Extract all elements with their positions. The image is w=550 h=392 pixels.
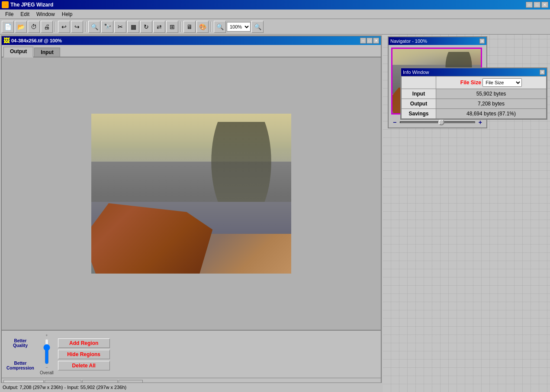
zoom-select[interactable]: 100% 25% 50% 75% 150% 200% [227,22,251,32]
print-button[interactable]: 🖨 [41,21,53,33]
image-window-title-text: 04-384x256.tif @ 100% [11,38,62,43]
zoom-in-icon[interactable]: 🔍 [251,21,264,33]
zoom-control: 🔍 100% 25% 50% 75% 150% 200% 🔍 [214,21,264,33]
add-region-button[interactable]: Add Region [58,338,110,348]
info-output-label: Output [402,99,436,109]
compression-label2: Compression [6,366,34,370]
info-savings-label: Savings [402,109,436,119]
info-row-savings: Savings 48,694 bytes (87.1%) [402,109,547,119]
undo-button[interactable]: ↩ [58,21,70,33]
navigator-zoom-out-button[interactable]: − [391,119,398,126]
info-row-output: Output 7,208 bytes [402,99,547,109]
flip-button[interactable]: ⇄ [153,21,165,33]
tab-output[interactable]: Output [3,47,33,57]
toolbar-sep-4 [211,22,212,32]
toolbar-sep-1 [55,22,56,32]
control-panel: Better Quality Better Compression + − Ov… [2,330,381,382]
navigator-close-button[interactable]: ✕ [479,38,485,44]
app-icon: 🔸 [2,1,9,8]
info-output-value: 7,208 bytes [436,99,547,109]
image-window-container: 🖼 04-384x256.tif @ 100% ─ □ ✕ Output Inp… [1,35,382,391]
zoom-fit-button[interactable]: 🔭 [101,21,113,33]
image-window-titlebar: 🖼 04-384x256.tif @ 100% ─ □ ✕ [2,36,381,45]
slider-region: Better Quality Better Compression + − Ov… [2,331,381,378]
image-tabs-bar: Output Input [2,45,381,57]
toolbar-sep-3 [180,22,181,32]
status-text: Output: 7,208 (297w x 236h) - Input: 55,… [3,385,126,390]
info-window-close-button[interactable]: ✕ [540,70,545,75]
info-window-titlebar: Info Window ✕ [401,68,547,76]
info-input-value: 55,902 bytes [436,89,547,99]
zoom-out-icon[interactable]: 🔍 [214,21,226,33]
navigator-zoom-track[interactable] [400,121,475,123]
info-window: Info Window ✕ File Size File Size Dimens… [400,67,547,120]
minus-indicator: − [45,365,48,370]
navigator-titlebar: Navigator - 100% ✕ [389,37,486,45]
info-window-title-text: Info Window [403,70,429,75]
tab-input[interactable]: Input [34,48,60,57]
maximize-button[interactable]: □ [534,2,540,8]
info-row-input: Input 55,902 bytes [402,89,547,99]
toolbar: 📄 📂 ⏱ 🖨 ↩ ↪ 🔍 🔭 ✂ ▦ ↻ ⇄ ⊞ 🖥 🎨 🔍 100% 25%… [0,19,550,35]
menu-edit[interactable]: Edit [17,10,33,18]
quality-labels: Better Quality Better Compression [5,338,35,370]
view-button[interactable]: 🖥 [183,21,196,33]
navigator-title-text: Navigator - 100% [390,38,427,44]
menu-file[interactable]: File [2,10,17,18]
quality-label2: Quality [13,343,28,348]
crop-button[interactable]: ✂ [114,21,126,33]
iw-minimize-button[interactable]: ─ [360,38,366,44]
info-table-label-header [402,76,436,89]
close-button[interactable]: ✕ [541,2,548,8]
overall-label: Overall [40,370,54,375]
region-buttons: Add Region Hide Regions Delete All [58,338,110,370]
info-savings-value: 48,694 bytes (87.1%) [436,109,547,119]
rotate-button[interactable]: ↻ [140,21,152,33]
timer-button[interactable]: ⏱ [28,21,40,33]
hide-regions-button[interactable]: Hide Regions [58,350,110,359]
better-quality-label: Better [14,338,27,343]
navigator-zoom-in-button[interactable]: + [477,119,484,126]
plus-indicator: + [45,333,48,338]
iw-close-button[interactable]: ✕ [373,38,379,44]
toolbar-sep-2 [85,22,86,32]
select-button[interactable]: ▦ [127,21,139,33]
status-bar: Output: 7,208 (297w x 236h) - Input: 55,… [1,382,382,391]
slider-container: + − Overall [40,333,54,375]
preview-image [91,114,291,274]
better-compression-label: Better [14,361,27,366]
info-input-label: Input [402,89,436,99]
redo-button[interactable]: ↪ [71,21,83,33]
right-section: Navigator - 100% ✕ − + [387,35,549,129]
color-button[interactable]: 🎨 [196,21,209,33]
title-bar-buttons: ─ □ ✕ [526,2,548,8]
new-button[interactable]: 📄 [2,21,14,33]
zoom-in-button[interactable]: 🔍 [88,21,100,33]
menu-bar: File Edit Window Help [0,10,550,19]
menu-window[interactable]: Window [33,10,58,18]
menu-help[interactable]: Help [58,10,76,18]
image-window: 🖼 04-384x256.tif @ 100% ─ □ ✕ Output Inp… [1,35,382,382]
title-bar: 🔸 The JPEG Wizard ─ □ ✕ [0,0,550,10]
info-table: File Size File Size Dimensions Compressi… [401,76,547,119]
minimize-button[interactable]: ─ [526,2,533,8]
info-table-value-header: File Size File Size Dimensions Compressi… [436,76,547,89]
open-button[interactable]: 📂 [15,21,27,33]
file-size-header: File Size [460,80,481,86]
image-window-buttons: ─ □ ✕ [360,38,379,44]
delete-all-button[interactable]: Delete All [58,361,110,370]
image-display-area [2,57,381,330]
navigator-zoom-thumb[interactable] [438,119,444,125]
tree-layer [211,122,271,202]
transform-button[interactable]: ⊞ [166,21,178,33]
quality-slider[interactable] [42,338,51,364]
app-title: The JPEG Wizard [10,2,53,8]
iw-maximize-button[interactable]: □ [367,38,373,44]
info-column-dropdown[interactable]: File Size Dimensions Compression [482,78,522,87]
app-body: 🖼 04-384x256.tif @ 100% ─ □ ✕ Output Inp… [0,35,550,392]
